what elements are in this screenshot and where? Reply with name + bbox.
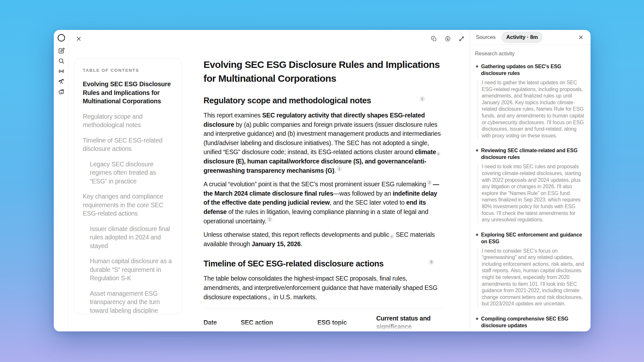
activity-item-title: Reviewing SEC climate-related and ESG di…	[481, 147, 584, 161]
report-title: Evolving SEC ESG Disclosure Rules and Im…	[204, 58, 443, 85]
report-paragraph: A crucial “evolution” point is that the …	[204, 180, 443, 226]
report-paragraph: This report examines SEC regulatory acti…	[204, 111, 443, 175]
report-document: Evolving SEC ESG Disclosure Rules and Im…	[204, 30, 443, 331]
toc-label: TABLE OF CONTENTS	[83, 68, 173, 73]
report-paragraph: Unless otherwise stated, this report ref…	[204, 230, 443, 248]
timeline-table: DateSEC actionESG topicCurrent status an…	[204, 309, 443, 331]
toc-item[interactable]: Asset management ESG transparency and th…	[90, 289, 173, 314]
table-header-cell: Date	[204, 318, 241, 327]
section-heading: Regulatory scope and methodological note…	[204, 95, 443, 106]
activity-panel: Sources Activity · 8m Research activity …	[470, 30, 591, 331]
gpts-icon[interactable]	[56, 87, 66, 97]
toc-list: Evolving SEC ESG Disclosure Rules and Im…	[83, 80, 173, 314]
app-rail	[54, 30, 69, 331]
citation-badge[interactable]: 1	[420, 96, 425, 102]
tab-sources[interactable]: Sources	[475, 33, 496, 42]
table-header-cell: Current status and significance	[376, 314, 443, 331]
desktop-background: TABLE OF CONTENTS Evolving SEC ESG Discl…	[0, 0, 644, 362]
table-header-row: DateSEC actionESG topicCurrent status an…	[204, 309, 443, 331]
toc-item[interactable]: Evolving SEC ESG Disclosure Rules and Im…	[83, 80, 173, 106]
activity-item-body: I need to look into SEC rules and propos…	[478, 163, 584, 223]
tab-activity[interactable]: Activity · 8m	[501, 32, 543, 43]
bullet-dot-icon	[476, 149, 478, 152]
activity-item-body: I need to gather the latest updates on S…	[478, 79, 584, 139]
chatgpt-window: TABLE OF CONTENTS Evolving SEC ESG Discl…	[54, 30, 591, 331]
activity-item-titlerow[interactable]: Compiling comprehensive SEC ESG disclosu…	[475, 315, 584, 329]
bullet-dot-icon	[476, 318, 478, 320]
activity-item-title: Gathering updates on SEC's ESG disclosur…	[481, 63, 584, 77]
activity-item-body: I need to consider SEC's focus on “green…	[478, 248, 584, 307]
activity-list: Gathering updates on SEC's ESG disclosur…	[475, 63, 584, 331]
activity-item[interactable]: Compiling comprehensive SEC ESG disclosu…	[475, 315, 584, 331]
compose-icon[interactable]	[56, 46, 66, 55]
broadcast-icon[interactable]	[56, 66, 66, 76]
activity-panel-body: Research activity Gathering updates on S…	[470, 45, 591, 331]
toc-item[interactable]: Key changes and compliance requirements …	[83, 192, 173, 218]
close-report-button[interactable]	[74, 34, 83, 43]
close-panel-button[interactable]	[576, 33, 585, 42]
toc-item[interactable]: Legacy SEC disclosure regimes often trea…	[90, 160, 173, 186]
citation-badge[interactable]: 6	[267, 297, 271, 301]
activity-item-titlerow[interactable]: Gathering updates on SEC's ESG disclosur…	[475, 63, 584, 77]
activity-item-titlerow[interactable]: Exploring SEC enforcement and guidance o…	[475, 231, 584, 245]
table-header-cell: ESG topic	[317, 318, 376, 327]
section-heading: Timeline of SEC ESG-related disclosure a…	[204, 258, 443, 269]
telescope-icon[interactable]	[56, 77, 66, 86]
search-icon[interactable]	[56, 56, 66, 66]
activity-item-title: Exploring SEC enforcement and guidance o…	[481, 231, 584, 245]
table-header-cell: SEC action	[241, 318, 317, 327]
citation-badge[interactable]: 2	[436, 152, 440, 156]
toc-item[interactable]: Issuer climate disclosure final rules ad…	[90, 225, 173, 250]
report-main: TABLE OF CONTENTS Evolving SEC ESG Discl…	[69, 30, 470, 331]
report-paragraph: The table below consolidates the highest…	[204, 274, 443, 302]
activity-item-title: Compiling comprehensive SEC ESG disclosu…	[481, 315, 584, 329]
citation-badge[interactable]: 1	[336, 166, 342, 172]
activity-item[interactable]: Gathering updates on SEC's ESG disclosur…	[475, 63, 584, 139]
link-icon[interactable]	[457, 34, 466, 43]
citation-badge[interactable]: 5	[429, 259, 434, 265]
openai-logo-icon	[56, 33, 66, 42]
activity-panel-header: Sources Activity · 8m	[470, 30, 591, 45]
citation-badge[interactable]: 4	[390, 235, 394, 239]
toc-item[interactable]: Timeline of SEC ESG-related disclosure a…	[83, 136, 173, 153]
toc-item[interactable]: Regulatory scope and methodological note…	[83, 112, 173, 129]
activity-item-titlerow[interactable]: Reviewing SEC climate-related and ESG di…	[475, 147, 584, 161]
citation-badge[interactable]: 3	[427, 180, 432, 185]
download-icon[interactable]	[443, 34, 452, 43]
bullet-dot-icon	[476, 65, 478, 68]
activity-item[interactable]: Exploring SEC enforcement and guidance o…	[475, 231, 584, 307]
citation-badge[interactable]: 2	[267, 217, 272, 222]
research-activity-title: Research activity	[475, 51, 584, 57]
activity-item[interactable]: Reviewing SEC climate-related and ESG di…	[475, 147, 584, 223]
table-of-contents: TABLE OF CONTENTS Evolving SEC ESG Discl…	[74, 59, 182, 314]
toc-item[interactable]: Human capital disclosure as a durable “S…	[90, 257, 173, 283]
bullet-dot-icon	[476, 234, 478, 236]
